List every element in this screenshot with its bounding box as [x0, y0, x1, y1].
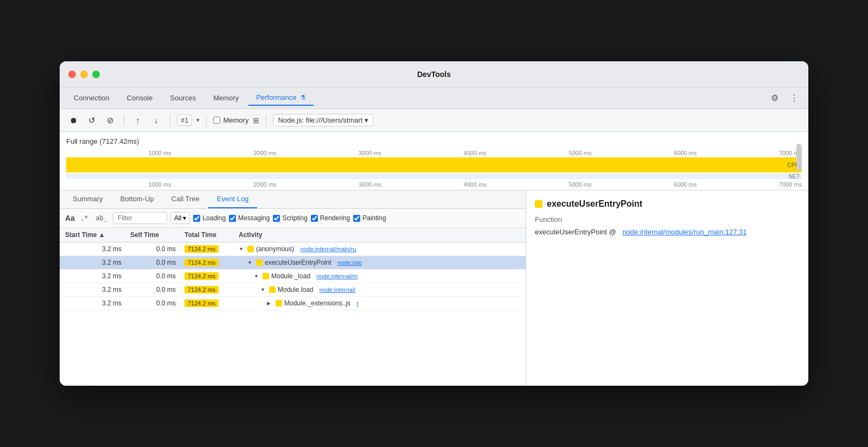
- toolbar-separator-3: [206, 115, 207, 126]
- rendering-checkbox-label[interactable]: Rendering: [311, 214, 350, 222]
- scripting-checkbox-label[interactable]: Scripting: [273, 214, 308, 222]
- activity-text-0: (anonymous): [256, 245, 294, 253]
- cpu-bar[interactable]: CPU: [66, 157, 802, 173]
- timeline-scrollbar[interactable]: [796, 144, 802, 171]
- activity-icon-4: [276, 300, 282, 306]
- table-row[interactable]: 3.2 ms 0.0 ms 7124.2 ms ▼ Module._load n…: [60, 270, 526, 283]
- tab-memory[interactable]: Memory: [206, 91, 246, 105]
- table-rows: 3.2 ms 0.0 ms 7124.2 ms ▼ (anonymous) no…: [60, 242, 526, 310]
- total-time-0: 7124.2 ms: [184, 245, 239, 253]
- filter-input[interactable]: [113, 212, 167, 224]
- col-self-time[interactable]: Self Time: [130, 231, 184, 239]
- activity-icon-2: [263, 273, 269, 279]
- titlebar: DevTools: [60, 61, 808, 87]
- col-activity[interactable]: Activity: [239, 231, 520, 239]
- nav-right-actions: ⚙ ⋮: [767, 91, 802, 106]
- activity-3: ▼ Module.load node:internal/: [239, 286, 520, 293]
- start-time-1: 3.2 ms: [65, 259, 130, 266]
- time-ruler-bottom: 1000 ms 2000 ms 3000 ms 4000 ms 5000 ms …: [66, 179, 802, 190]
- tab-console[interactable]: Console: [119, 91, 161, 105]
- full-range-label: Full range (7127.42ms): [66, 137, 802, 145]
- activity-icon-0: [247, 246, 254, 252]
- expand-arrow-3[interactable]: ▼: [260, 287, 267, 292]
- maximize-button[interactable]: [92, 71, 100, 78]
- activity-link-1[interactable]: node:inte: [337, 259, 362, 266]
- toolbar-separator-2: [170, 115, 170, 126]
- expand-arrow-2[interactable]: ▼: [254, 273, 260, 279]
- activity-0: ▼ (anonymous) node:internal/main/ru: [239, 245, 520, 253]
- activity-text-2: Module._load: [271, 272, 310, 280]
- upload-button[interactable]: ↑: [131, 113, 145, 127]
- traffic-lights: [68, 71, 100, 78]
- loading-checkbox-input[interactable]: [193, 215, 200, 222]
- detail-title: executeUserEntryPoint: [547, 199, 642, 209]
- filter-regex-button[interactable]: .*: [78, 213, 90, 223]
- memory-checkbox-input[interactable]: [213, 117, 220, 124]
- start-time-3: 3.2 ms: [65, 286, 130, 293]
- detail-icon: [535, 200, 542, 208]
- memory-checkbox-label[interactable]: Memory: [213, 116, 248, 124]
- detail-location: executeUserEntryPoint @ node:internal/mo…: [535, 228, 800, 236]
- messaging-checkbox-input[interactable]: [229, 215, 236, 222]
- content-area: Summary Bottom-Up Call Tree Event Log Aa…: [60, 190, 808, 386]
- activity-4: ▶ Module._extensions..js r: [239, 299, 520, 307]
- download-button[interactable]: ↓: [149, 113, 163, 127]
- activity-icon-3: [269, 286, 276, 293]
- more-menu-button[interactable]: ⋮: [787, 91, 802, 106]
- expand-arrow-0[interactable]: ▼: [239, 246, 245, 252]
- toolbar-separator-1: [124, 115, 124, 126]
- filter-bar: Aa .* ab̲ All ▾ Loading Messaging: [60, 209, 526, 228]
- table-row[interactable]: 3.2 ms 0.0 ms 7124.2 ms ▼ executeUserEnt…: [60, 256, 526, 270]
- tab-connection[interactable]: Connection: [66, 91, 117, 105]
- filter-aa-button[interactable]: Aa: [65, 214, 75, 222]
- record-button[interactable]: ⏺: [66, 113, 80, 127]
- table-row[interactable]: 3.2 ms 0.0 ms 7124.2 ms ▶ Module._extens…: [60, 297, 526, 310]
- total-time-1: 7124.2 ms: [184, 259, 239, 266]
- reload-button[interactable]: ↺: [85, 113, 99, 127]
- filter-ab-button[interactable]: ab̲: [93, 213, 110, 223]
- toolbar: ⏺ ↺ ⊘ ↑ ↓ #1 ▾ Memory ⊞ Node.js: file://…: [60, 109, 808, 132]
- toolbar-separator-4: [266, 115, 266, 126]
- table-row[interactable]: 3.2 ms 0.0 ms 7124.2 ms ▼ (anonymous) no…: [60, 242, 526, 256]
- detail-title-row: executeUserEntryPoint: [535, 199, 800, 209]
- detail-link[interactable]: node:internal/modules/run_main:127:31: [622, 228, 746, 236]
- net-bar[interactable]: NET: [66, 174, 802, 179]
- tab-sources[interactable]: Sources: [162, 91, 203, 105]
- col-total-time[interactable]: Total Time: [184, 231, 239, 239]
- tab-performance[interactable]: Performance ⚗: [248, 90, 314, 106]
- record-dropdown[interactable]: ▾: [196, 117, 200, 124]
- activity-2: ▼ Module._load node:internal/m: [239, 272, 520, 280]
- capture-icon: ⊞: [253, 116, 259, 125]
- tab-bottomup[interactable]: Bottom-Up: [112, 190, 163, 208]
- filter-all-dropdown[interactable]: All ▾: [170, 212, 190, 224]
- table-row[interactable]: 3.2 ms 0.0 ms 7124.2 ms ▼ Module.load no…: [60, 283, 526, 297]
- minimize-button[interactable]: [80, 71, 88, 78]
- tab-summary[interactable]: Summary: [64, 190, 112, 208]
- col-start-time[interactable]: Start Time ▲: [65, 231, 130, 239]
- self-time-1: 0.0 ms: [130, 259, 184, 266]
- total-time-3: 7124.2 ms: [184, 286, 239, 293]
- time-ruler-top: 1000 ms 2000 ms 3000 ms 4000 ms 5000 ms …: [66, 150, 802, 156]
- clear-button[interactable]: ⊘: [103, 113, 117, 127]
- expand-arrow-4[interactable]: ▶: [267, 301, 273, 306]
- activity-link-4[interactable]: r: [356, 300, 359, 306]
- tab-calltree[interactable]: Call Tree: [163, 190, 208, 208]
- activity-text-4: Module._extensions..js: [284, 299, 350, 307]
- node-selector[interactable]: Node.js: file:///Users/stmart ▾: [273, 114, 373, 126]
- activity-link-0[interactable]: node:internal/main/ru: [300, 246, 356, 252]
- painting-checkbox-input[interactable]: [353, 215, 360, 222]
- expand-arrow-1[interactable]: ▼: [247, 260, 254, 265]
- window-title: DevTools: [417, 70, 451, 79]
- close-button[interactable]: [68, 71, 76, 78]
- tab-eventlog[interactable]: Event Log: [208, 190, 258, 208]
- scripting-checkbox-input[interactable]: [273, 215, 280, 222]
- messaging-checkbox-label[interactable]: Messaging: [229, 214, 270, 222]
- loading-checkbox-label[interactable]: Loading: [193, 214, 226, 222]
- activity-link-2[interactable]: node:internal/m: [316, 273, 358, 279]
- activity-link-3[interactable]: node:internal/: [320, 286, 356, 293]
- settings-button[interactable]: ⚙: [767, 91, 782, 106]
- painting-checkbox-label[interactable]: Painting: [353, 214, 386, 222]
- rendering-checkbox-input[interactable]: [311, 215, 318, 222]
- start-time-2: 3.2 ms: [65, 272, 130, 280]
- table-header: Start Time ▲ Self Time Total Time Activi…: [60, 228, 526, 242]
